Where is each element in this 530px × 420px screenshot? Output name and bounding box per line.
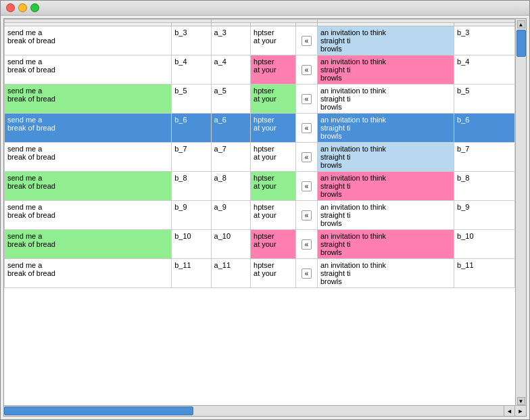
cell-bela1: b_7 — [172, 143, 211, 172]
cell-aleph3: an invitation to think straight ti browl… — [317, 201, 454, 230]
cell-aleph3: an invitation to think straight ti browl… — [317, 55, 454, 85]
cell-bela1: b_10 — [172, 230, 211, 259]
content-area: send me a break of bread b_3 a_3 hptser … — [1, 16, 529, 419]
cell-bela2: hptser at your — [251, 172, 296, 201]
scroll-left-btn[interactable]: ◄ — [504, 406, 515, 417]
nav-button[interactable]: « — [302, 269, 312, 279]
table-row: send me a break of bread b_11 a_11 hptse… — [5, 259, 515, 288]
table-row: send me a break of bread b_5 a_5 hptser … — [5, 85, 515, 114]
cell-bela2: hptser at your — [251, 259, 296, 288]
cell-bela2: hptser at your — [251, 85, 296, 114]
cell-btn: « — [296, 230, 317, 259]
cell-aleph1: send me a break of bread — [5, 259, 172, 288]
table-row: send me a break of bread b_6 a_6 hptser … — [5, 114, 515, 143]
cell-bela1: b_5 — [172, 85, 211, 114]
main-window: send me a break of bread b_3 a_3 hptser … — [0, 0, 530, 420]
cell-aleph1: send me a break of bread — [5, 201, 172, 230]
cell-btn: « — [296, 201, 317, 230]
cell-bela1: b_4 — [172, 55, 211, 85]
cell-btn: « — [296, 85, 317, 114]
cell-aleph3: an invitation to think straight ti browl… — [317, 259, 454, 288]
table-row: send me a break of bread b_3 a_3 hptser … — [5, 26, 515, 55]
cell-aleph1: send me a break of bread — [5, 172, 172, 201]
cell-bela1: b_3 — [172, 26, 211, 55]
cell-bela2: hptser at your — [251, 26, 296, 55]
cell-bela3: b_5 — [454, 85, 515, 114]
table-row: send me a break of bread b_7 a_7 hptser … — [5, 143, 515, 172]
table-row: send me a break of bread b_10 a_10 hptse… — [5, 230, 515, 259]
cell-bela1: b_9 — [172, 201, 211, 230]
close-button[interactable] — [6, 3, 15, 12]
cell-aleph1: send me a break of bread — [5, 230, 172, 259]
nav-button[interactable]: « — [302, 94, 312, 104]
nav-button[interactable]: « — [302, 181, 312, 191]
cell-bela3: b_10 — [454, 230, 515, 259]
cell-aleph2: a_7 — [211, 143, 250, 172]
cell-bela3: b_8 — [454, 172, 515, 201]
cell-aleph1: send me a break of bread — [5, 55, 172, 85]
cell-bela3: b_9 — [454, 201, 515, 230]
cell-bela1: b_8 — [172, 172, 211, 201]
cell-btn: « — [296, 26, 317, 55]
cell-aleph2: a_10 — [211, 230, 250, 259]
cell-bela3: b_6 — [454, 114, 515, 143]
cell-bela1: b_11 — [172, 259, 211, 288]
cell-aleph1: send me a break of bread — [5, 143, 172, 172]
cell-bela3: b_3 — [454, 26, 515, 55]
title-bar — [1, 1, 529, 16]
scroll-up-btn[interactable]: ▲ — [517, 20, 525, 28]
vertical-scrollbar[interactable]: ▲ ▼ — [515, 19, 526, 405]
cell-btn: « — [296, 143, 317, 172]
cell-bela3: b_11 — [454, 259, 515, 288]
cell-bela3: b_7 — [454, 143, 515, 172]
cell-aleph3: an invitation to think straight ti browl… — [317, 26, 454, 55]
nav-button[interactable]: « — [302, 210, 312, 220]
cell-aleph3: an invitation to think straight ti browl… — [317, 172, 454, 201]
cell-bela2: hptser at your — [251, 114, 296, 143]
table-row: send me a break of bread b_8 a_8 hptser … — [5, 172, 515, 201]
cell-aleph3: an invitation to think straight ti browl… — [317, 143, 454, 172]
cell-aleph2: a_11 — [211, 259, 250, 288]
cell-aleph1: send me a break of bread — [5, 114, 172, 143]
scrollbar-thumb-h[interactable] — [4, 406, 193, 415]
cell-aleph3: an invitation to think straight ti browl… — [317, 230, 454, 259]
cell-aleph3: an invitation to think straight ti browl… — [317, 85, 454, 114]
cell-bela2: hptser at your — [251, 55, 296, 85]
cell-aleph1: send me a break of bread — [5, 26, 172, 55]
nav-button[interactable]: « — [302, 123, 312, 133]
scroll-down-btn[interactable]: ▼ — [517, 397, 525, 405]
cell-bela2: hptser at your — [251, 143, 296, 172]
nav-button[interactable]: « — [302, 36, 312, 46]
nav-button[interactable]: « — [302, 239, 312, 250]
cell-bela2: hptser at your — [251, 201, 296, 230]
cell-bela1: b_6 — [172, 114, 211, 143]
cell-btn: « — [296, 259, 317, 288]
cell-aleph2: a_9 — [211, 201, 250, 230]
scroll-h-buttons: ◄ ► — [504, 406, 526, 416]
cell-aleph2: a_4 — [211, 55, 250, 85]
scroll-right-btn[interactable]: ► — [515, 406, 526, 417]
scrollbar-thumb-v[interactable] — [516, 30, 526, 57]
table-row: send me a break of bread b_9 a_9 hptser … — [5, 201, 515, 230]
cell-aleph2: a_6 — [211, 114, 250, 143]
cell-btn: « — [296, 172, 317, 201]
cell-aleph1: send me a break of bread — [5, 85, 172, 114]
main-table: send me a break of bread b_3 a_3 hptser … — [4, 19, 515, 288]
table-row: send me a break of bread b_4 a_4 hptser … — [5, 55, 515, 85]
minimize-button[interactable] — [18, 3, 27, 12]
cell-aleph2: a_5 — [211, 85, 250, 114]
maximize-button[interactable] — [30, 3, 39, 12]
table-container: send me a break of bread b_3 a_3 hptser … — [3, 18, 527, 417]
horizontal-scrollbar-track[interactable] — [4, 406, 504, 416]
cell-btn: « — [296, 114, 317, 143]
nav-button[interactable]: « — [302, 152, 312, 162]
cell-btn: « — [296, 55, 317, 85]
cell-bela3: b_4 — [454, 55, 515, 85]
cell-aleph2: a_8 — [211, 172, 250, 201]
cell-bela2: hptser at your — [251, 230, 296, 259]
cell-aleph3: an invitation to think straight ti browl… — [317, 114, 454, 143]
nav-button[interactable]: « — [302, 65, 312, 75]
horizontal-scrollbar-container: ◄ ► — [4, 405, 526, 416]
cell-aleph2: a_3 — [211, 26, 250, 55]
window-controls — [6, 3, 39, 12]
